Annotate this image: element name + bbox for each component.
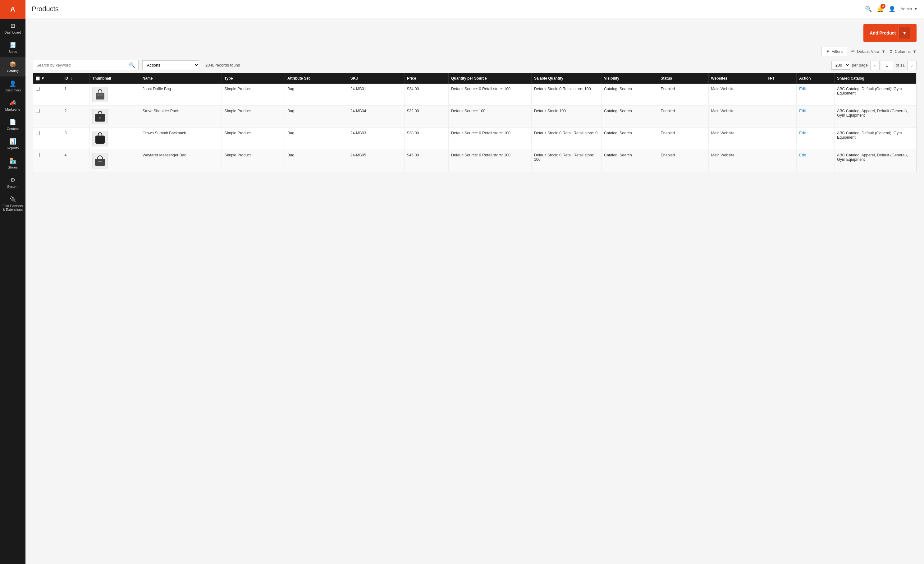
sidebar-item-dashboard[interactable]: ⊞ Dashboard <box>0 19 26 38</box>
row-attribute-set: Bag <box>285 106 348 128</box>
user-dropdown-arrow: ▼ <box>914 6 918 11</box>
sidebar-item-catalog[interactable]: 📦 Catalog <box>0 57 26 77</box>
main-area: Products 🔍 🔔 4 👤 Admin ▼ Add Product ▼ <box>26 0 924 564</box>
add-product-bar: Add Product ▼ <box>33 24 916 42</box>
row-checkbox[interactable] <box>36 109 40 113</box>
per-page-select[interactable]: 200 20 50 100 <box>831 61 850 70</box>
row-visibility: Catalog, Search <box>601 84 658 106</box>
per-page-select-container: 200 20 50 100 per page <box>831 61 868 70</box>
sidebar-item-label: Marketing <box>5 108 20 111</box>
actions-dropdown-container: Actions Delete Change Status Update Attr… <box>142 60 199 70</box>
products-table: ▼ ID ↓ Thumbnail Name <box>33 73 916 172</box>
row-shared-catalog: ABC Catalog, Default (General), Gym Equi… <box>834 84 916 106</box>
filters-button[interactable]: ▼ Filters <box>821 47 847 56</box>
default-view-button[interactable]: 👁 Default View ▼ <box>851 49 885 54</box>
products-table-wrapper: ▼ ID ↓ Thumbnail Name <box>33 73 916 172</box>
row-name: Strive Shoulder Pack <box>140 106 222 128</box>
product-image <box>92 131 108 146</box>
row-checkbox[interactable] <box>36 131 40 135</box>
row-checkbox-cell <box>33 150 62 172</box>
row-status: Enabled <box>658 106 708 128</box>
search-button[interactable]: 🔍 <box>865 6 872 12</box>
sidebar-item-customers[interactable]: 👤 Customers <box>0 77 26 96</box>
th-status[interactable]: Status <box>658 73 708 84</box>
row-type: Simple Product <box>222 106 285 128</box>
row-attribute-set: Bag <box>285 150 348 172</box>
sidebar-item-sales[interactable]: 🧾 Sales <box>0 38 26 57</box>
row-checkbox[interactable] <box>36 153 40 157</box>
columns-icon: ⚙ <box>889 49 893 54</box>
th-fpt[interactable]: FPT <box>765 73 796 84</box>
notifications-button[interactable]: 🔔 4 <box>877 6 884 12</box>
row-websites: Main Website <box>708 106 765 128</box>
sidebar-logo[interactable]: A <box>0 0 26 19</box>
th-id[interactable]: ID ↓ <box>62 73 90 84</box>
th-price[interactable]: Price <box>405 73 448 84</box>
row-id: 2 <box>62 106 90 128</box>
sidebar-item-label: Sales <box>8 50 17 54</box>
system-icon: ⚙ <box>10 177 15 183</box>
row-checkbox-cell <box>33 106 62 128</box>
add-product-button[interactable]: Add Product ▼ <box>863 24 916 42</box>
user-name: Admin <box>900 6 912 11</box>
table-row: 4 Wayfarer Messenger Bag Simple Product … <box>33 150 916 172</box>
search-input[interactable] <box>36 63 129 68</box>
sidebar-item-reports[interactable]: 📊 Reports <box>0 134 26 153</box>
customers-icon: 👤 <box>9 80 16 87</box>
th-checkbox: ▼ <box>33 73 62 84</box>
catalog-icon: 📦 <box>9 61 16 68</box>
row-checkbox[interactable] <box>36 87 40 91</box>
prev-page-button[interactable]: ‹ <box>870 61 880 70</box>
row-name: Wayfarer Messenger Bag <box>140 150 222 172</box>
actions-select[interactable]: Actions Delete Change Status Update Attr… <box>142 60 199 70</box>
checkbox-dropdown-arrow[interactable]: ▼ <box>41 76 45 81</box>
svg-rect-0 <box>96 93 104 99</box>
sidebar-item-label: Stores <box>8 165 18 169</box>
logo-letter: A <box>10 5 15 14</box>
row-shared-catalog: ABC Catalog, Apparel, Default (General),… <box>834 106 916 128</box>
th-sku[interactable]: SKU <box>348 73 404 84</box>
page-number-input[interactable] <box>881 61 893 70</box>
sidebar-item-label: System <box>7 185 19 188</box>
row-visibility: Catalog, Search <box>601 150 658 172</box>
edit-link[interactable]: Edit <box>799 153 806 157</box>
marketing-icon: 📣 <box>9 99 16 106</box>
row-price: $45.00 <box>405 150 448 172</box>
th-visibility[interactable]: Visibility <box>601 73 658 84</box>
pagination: 200 20 50 100 per page ‹ of 11 › <box>831 61 916 70</box>
product-image <box>92 153 108 168</box>
user-menu-button[interactable]: 👤 <box>889 6 896 12</box>
next-page-button[interactable]: › <box>907 61 916 70</box>
sidebar-item-system[interactable]: ⚙ System <box>0 173 26 192</box>
notification-badge: 4 <box>880 4 885 9</box>
select-all-checkbox[interactable] <box>36 77 40 81</box>
th-name[interactable]: Name <box>140 73 222 84</box>
svg-rect-1 <box>97 95 103 95</box>
row-fpt <box>765 128 796 150</box>
sidebar-item-content[interactable]: 📄 Content <box>0 115 26 134</box>
edit-link[interactable]: Edit <box>799 87 806 91</box>
th-salable-qty[interactable]: Salable Quantity <box>531 73 601 84</box>
th-attribute-set[interactable]: Attribute Set <box>285 73 348 84</box>
sidebar-item-marketing[interactable]: 📣 Marketing <box>0 96 26 115</box>
th-shared-catalog[interactable]: Shared Catalog <box>834 73 916 84</box>
filter-bar: ▼ Filters 👁 Default View ▼ ⚙ Columns ▼ <box>33 47 916 56</box>
filter-icon: ▼ <box>826 49 830 54</box>
table-row: 2 Strive Shoulder Pack Simple Product Ba… <box>33 106 916 128</box>
row-id: 1 <box>62 84 90 106</box>
sidebar-item-stores[interactable]: 🏪 Stores <box>0 153 26 173</box>
add-product-dropdown-arrow[interactable]: ▼ <box>898 27 910 39</box>
columns-button[interactable]: ⚙ Columns ▼ <box>889 49 916 54</box>
edit-link[interactable]: Edit <box>799 131 806 135</box>
th-qty-per-source[interactable]: Quantity per Source <box>448 73 531 84</box>
topbar-actions: 🔍 🔔 4 👤 Admin ▼ <box>865 6 918 12</box>
th-type[interactable]: Type <box>222 73 285 84</box>
sidebar-item-partners[interactable]: 🔌 Find Partners & Extensions <box>0 192 26 215</box>
row-fpt <box>765 106 796 128</box>
user-dropdown[interactable]: Admin ▼ <box>900 6 918 11</box>
add-product-label: Add Product <box>870 30 896 35</box>
edit-link[interactable]: Edit <box>799 109 806 113</box>
row-price: $38.00 <box>405 128 448 150</box>
th-websites[interactable]: Websites <box>708 73 765 84</box>
records-count: 2048 records found <box>206 63 240 68</box>
